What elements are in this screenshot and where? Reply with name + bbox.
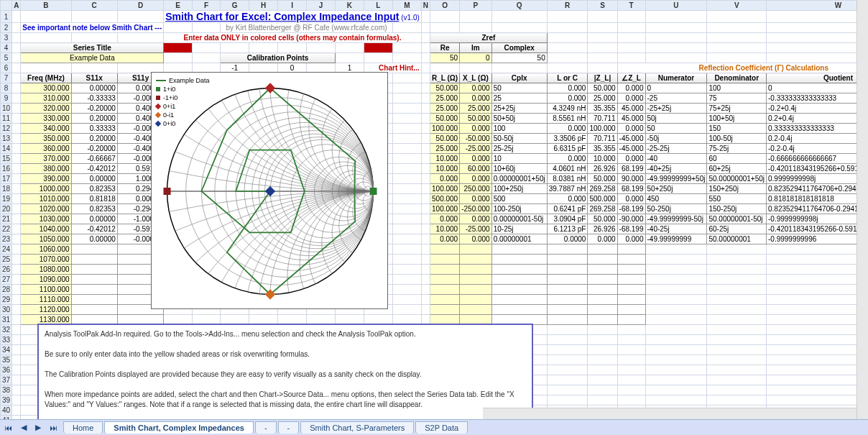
row-header[interactable]: 38 (1, 385, 12, 395)
cell[interactable] (421, 285, 430, 295)
cell[interactable] (645, 315, 707, 325)
cell[interactable] (588, 63, 617, 73)
cell[interactable] (392, 174, 421, 184)
cell[interactable]: 0.000 (460, 154, 491, 164)
cell[interactable] (767, 275, 869, 285)
cell[interactable]: 50.000 (588, 214, 617, 224)
cell[interactable]: -45.000 (617, 134, 645, 144)
cell[interactable]: 150 (707, 124, 767, 134)
cell[interactable] (617, 43, 645, 53)
cell[interactable]: 100+50j (707, 114, 767, 124)
cell[interactable] (392, 154, 421, 164)
cell[interactable] (392, 134, 421, 144)
cell[interactable] (707, 335, 767, 345)
row-header[interactable]: 22 (1, 224, 12, 234)
cell[interactable]: 50-250j (645, 204, 707, 214)
cell[interactable] (588, 385, 617, 395)
row-header[interactable]: 5 (1, 53, 12, 63)
cell[interactable] (421, 234, 430, 244)
cell[interactable]: 60 (707, 154, 767, 164)
cell[interactable] (617, 53, 645, 63)
cell[interactable] (12, 315, 21, 325)
cell[interactable]: 0.00000001 (491, 234, 547, 244)
cell[interactable]: 0.823529411764706+0.294117647058824j (767, 184, 869, 194)
cell[interactable] (767, 365, 869, 375)
cell[interactable] (491, 23, 547, 33)
cell[interactable] (588, 285, 617, 295)
cell[interactable]: 25.000 (430, 93, 460, 104)
cell[interactable]: 0.000 (617, 124, 645, 134)
cell[interactable] (617, 325, 645, 335)
cell[interactable] (707, 345, 767, 355)
cell[interactable] (392, 275, 421, 285)
cell[interactable] (460, 275, 491, 285)
cell[interactable] (588, 43, 617, 53)
cell[interactable]: 25.000 (430, 144, 460, 154)
cell[interactable]: 45.000 (617, 104, 645, 114)
cell[interactable]: 350.000 (21, 134, 71, 144)
row-header[interactable]: 37 (1, 375, 12, 385)
cell[interactable] (12, 335, 21, 345)
cell[interactable]: 50 (491, 53, 547, 63)
tab-nav-next[interactable]: ▶ (31, 421, 45, 435)
sheet-tab[interactable]: Smith Chart, S-Parameters (300, 421, 414, 434)
cell[interactable] (421, 214, 430, 224)
cell[interactable]: 1080.000 (21, 265, 71, 275)
cell[interactable] (645, 385, 707, 395)
row-header[interactable]: 29 (1, 295, 12, 305)
cell[interactable]: Quotient (767, 73, 869, 83)
cell[interactable]: 50.000 (430, 134, 460, 144)
cell[interactable]: 0.000 (547, 194, 588, 204)
cell[interactable]: -0.2-0.4j (767, 144, 869, 154)
cell[interactable] (12, 63, 21, 73)
cell[interactable] (617, 285, 645, 295)
cell[interactable] (430, 11, 460, 23)
cell[interactable] (12, 144, 21, 154)
row-header[interactable]: 3 (1, 33, 12, 43)
cell[interactable]: -50j (645, 134, 707, 144)
cell[interactable]: 1070.000 (21, 255, 71, 265)
cell[interactable] (392, 104, 421, 114)
column-header[interactable]: V (707, 1, 767, 11)
column-header[interactable]: H (249, 1, 278, 11)
cell[interactable] (617, 335, 645, 345)
cell[interactable]: 25.000 (460, 104, 491, 114)
cell[interactable] (767, 355, 869, 365)
cell[interactable]: 0.000 (430, 214, 460, 224)
cell[interactable]: Series Title (21, 43, 164, 53)
cell[interactable]: 0.000 (460, 194, 491, 204)
cell[interactable] (12, 134, 21, 144)
row-header[interactable]: 32 (1, 325, 12, 335)
cell[interactable]: 100 (491, 124, 547, 134)
cell[interactable]: 0.000 (460, 83, 491, 93)
cell[interactable]: 8.0381 nH (547, 174, 588, 184)
cell[interactable] (421, 295, 430, 305)
cell[interactable]: 50j (645, 114, 707, 124)
cell[interactable]: 25-25j (491, 144, 547, 154)
cell[interactable] (767, 385, 869, 395)
cell[interactable] (421, 255, 430, 265)
cell[interactable] (588, 375, 617, 385)
cell[interactable] (392, 224, 421, 234)
cell[interactable]: 60-25j (707, 224, 767, 234)
cell[interactable] (71, 244, 117, 255)
cell[interactable]: Reflection Coefficient (Γ) Calculations (617, 63, 868, 73)
cell[interactable] (71, 275, 117, 285)
cell[interactable] (547, 265, 588, 275)
cell[interactable] (547, 285, 588, 295)
row-header[interactable]: 24 (1, 244, 12, 255)
cell[interactable] (547, 23, 588, 33)
cell[interactable] (392, 114, 421, 124)
cell[interactable] (164, 53, 192, 63)
cell[interactable] (430, 265, 460, 275)
cell[interactable]: X_L (Ω) (460, 73, 491, 83)
cell[interactable] (307, 43, 336, 53)
cell[interactable]: 0 (767, 83, 869, 93)
cell[interactable] (421, 275, 430, 285)
cell[interactable]: 1030.000 (21, 214, 71, 224)
cell[interactable] (421, 11, 430, 23)
cell[interactable]: 0.2+0.4j (767, 114, 869, 124)
cell[interactable]: 0.000 (617, 194, 645, 204)
cell[interactable]: 50.000 (588, 174, 617, 184)
cell[interactable] (547, 53, 588, 63)
